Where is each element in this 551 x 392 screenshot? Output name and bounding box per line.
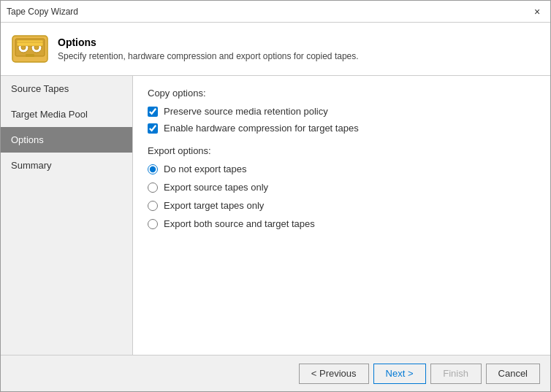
- sidebar-item-target-media-pool[interactable]: Target Media Pool: [1, 101, 132, 127]
- sidebar-item-source-tapes[interactable]: Source Tapes: [1, 76, 132, 101]
- title-bar: Tape Copy Wizard ×: [1, 1, 550, 23]
- radio-group: Do not export tapes Export source tapes …: [148, 164, 536, 229]
- preserve-retention-label: Preserve source media retention policy: [164, 106, 328, 117]
- export-source-label: Export source tapes only: [164, 182, 268, 193]
- preserve-retention-checkbox[interactable]: [148, 107, 158, 117]
- svg-rect-7: [17, 40, 43, 46]
- footer: < Previous Next > Finish Cancel: [1, 355, 550, 391]
- header-title: Options: [58, 36, 359, 48]
- sidebar: Source Tapes Target Media Pool Options S…: [1, 76, 133, 355]
- window-title: Tape Copy Wizard: [7, 7, 78, 17]
- main-content: Copy options: Preserve source media rete…: [133, 76, 550, 355]
- export-target-radio[interactable]: [148, 201, 158, 211]
- radio-item-no-export: Do not export tapes: [148, 164, 536, 174]
- checkbox-item-compression: Enable hardware compression for target t…: [148, 123, 536, 134]
- export-both-radio[interactable]: [148, 219, 158, 229]
- svg-rect-6: [26, 54, 34, 57]
- content-area: Source Tapes Target Media Pool Options S…: [1, 76, 550, 355]
- no-export-label: Do not export tapes: [164, 164, 246, 174]
- checkbox-item-preserve: Preserve source media retention policy: [148, 106, 536, 117]
- copy-options-label: Copy options:: [148, 88, 536, 99]
- sidebar-item-options[interactable]: Options: [1, 127, 132, 153]
- sidebar-item-summary[interactable]: Summary: [1, 153, 132, 178]
- export-options-label: Export options:: [148, 145, 536, 156]
- export-target-label: Export target tapes only: [164, 200, 264, 211]
- enable-compression-label: Enable hardware compression for target t…: [164, 123, 359, 134]
- radio-item-export-both: Export both source and target tapes: [148, 218, 536, 229]
- cancel-button[interactable]: Cancel: [486, 364, 540, 384]
- checkbox-group: Preserve source media retention policy E…: [148, 106, 536, 134]
- header-area: Options Specify retention, hardware comp…: [1, 23, 550, 76]
- finish-button[interactable]: Finish: [430, 364, 482, 384]
- header-subtitle: Specify retention, hardware compression …: [58, 51, 359, 61]
- header-text: Options Specify retention, hardware comp…: [58, 36, 359, 61]
- radio-item-export-source: Export source tapes only: [148, 182, 536, 193]
- enable-compression-checkbox[interactable]: [148, 123, 158, 134]
- export-both-label: Export both source and target tapes: [164, 218, 315, 229]
- export-source-radio[interactable]: [148, 182, 158, 193]
- wizard-window: Tape Copy Wizard × Options S: [0, 0, 551, 392]
- radio-item-export-target: Export target tapes only: [148, 200, 536, 211]
- no-export-radio[interactable]: [148, 164, 158, 174]
- close-button[interactable]: ×: [530, 4, 544, 19]
- previous-button[interactable]: < Previous: [299, 364, 369, 384]
- next-button[interactable]: Next >: [373, 364, 426, 384]
- tape-icon: [11, 30, 49, 68]
